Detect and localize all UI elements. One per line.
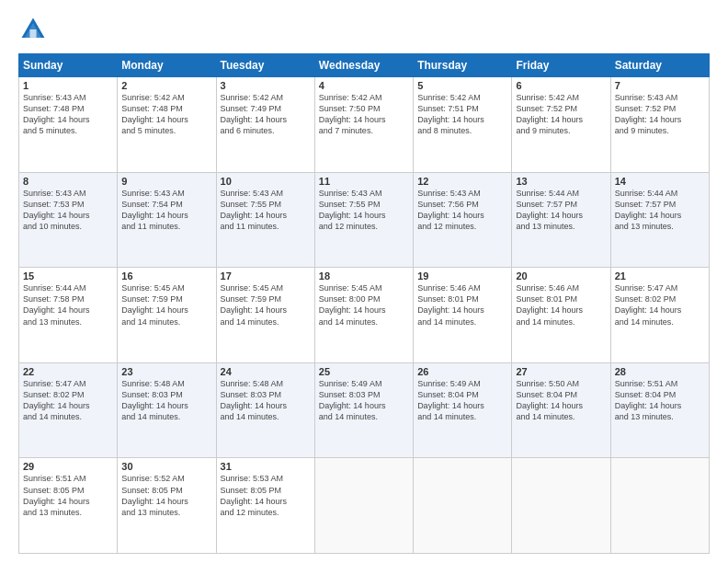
calendar-empty-cell: [414, 458, 512, 554]
logo-icon: [18, 15, 48, 44]
calendar-day-cell: 29Sunrise: 5:51 AMSunset: 8:05 PMDayligh…: [19, 458, 118, 554]
calendar-day-cell: 11Sunrise: 5:43 AMSunset: 7:55 PMDayligh…: [314, 172, 413, 268]
day-number: 20: [516, 270, 606, 282]
calendar-table: SundayMondayTuesdayWednesdayThursdayFrid…: [18, 53, 710, 554]
day-info: Sunrise: 5:43 AMSunset: 7:55 PMDaylight:…: [221, 188, 311, 233]
svg-rect-2: [29, 29, 36, 38]
calendar-day-cell: 5Sunrise: 5:42 AMSunset: 7:51 PMDaylight…: [414, 77, 512, 173]
calendar-day-cell: 4Sunrise: 5:42 AMSunset: 7:50 PMDaylight…: [314, 77, 413, 173]
calendar-header-tuesday: Tuesday: [216, 54, 314, 77]
calendar-day-cell: 1Sunrise: 5:43 AMSunset: 7:48 PMDaylight…: [19, 77, 118, 173]
calendar-day-cell: 14Sunrise: 5:44 AMSunset: 7:57 PMDayligh…: [610, 172, 709, 268]
calendar-day-cell: 3Sunrise: 5:42 AMSunset: 7:49 PMDaylight…: [216, 77, 314, 173]
page: SundayMondayTuesdayWednesdayThursdayFrid…: [0, 0, 728, 563]
day-number: 5: [417, 80, 507, 91]
calendar-header-friday: Friday: [512, 54, 610, 77]
day-number: 13: [516, 176, 606, 187]
calendar-header-saturday: Saturday: [610, 54, 709, 77]
day-number: 19: [417, 270, 507, 282]
calendar-day-cell: 23Sunrise: 5:48 AMSunset: 8:03 PMDayligh…: [118, 362, 216, 458]
day-number: 22: [23, 366, 113, 377]
day-number: 28: [615, 366, 705, 377]
calendar-day-cell: 31Sunrise: 5:53 AMSunset: 8:05 PMDayligh…: [216, 458, 314, 554]
calendar-week-row: 1Sunrise: 5:43 AMSunset: 7:48 PMDaylight…: [19, 77, 710, 173]
logo: [18, 15, 51, 44]
day-info: Sunrise: 5:42 AMSunset: 7:49 PMDaylight:…: [221, 92, 311, 137]
day-number: 2: [121, 80, 211, 91]
day-info: Sunrise: 5:46 AMSunset: 8:01 PMDaylight:…: [516, 282, 606, 327]
day-info: Sunrise: 5:42 AMSunset: 7:48 PMDaylight:…: [121, 92, 211, 137]
day-number: 10: [221, 176, 311, 187]
calendar-empty-cell: [314, 458, 413, 554]
day-info: Sunrise: 5:47 AMSunset: 8:02 PMDaylight:…: [23, 378, 113, 423]
calendar-day-cell: 22Sunrise: 5:47 AMSunset: 8:02 PMDayligh…: [19, 362, 118, 458]
day-number: 6: [516, 80, 606, 91]
day-info: Sunrise: 5:51 AMSunset: 8:05 PMDaylight:…: [23, 473, 113, 518]
calendar-day-cell: 21Sunrise: 5:47 AMSunset: 8:02 PMDayligh…: [610, 268, 709, 363]
day-number: 29: [23, 461, 113, 472]
calendar-week-row: 15Sunrise: 5:44 AMSunset: 7:58 PMDayligh…: [19, 268, 710, 363]
day-info: Sunrise: 5:43 AMSunset: 7:54 PMDaylight:…: [121, 188, 211, 233]
calendar-day-cell: 15Sunrise: 5:44 AMSunset: 7:58 PMDayligh…: [19, 268, 118, 363]
calendar-day-cell: 10Sunrise: 5:43 AMSunset: 7:55 PMDayligh…: [216, 172, 314, 268]
day-info: Sunrise: 5:48 AMSunset: 8:03 PMDaylight:…: [221, 378, 311, 423]
day-number: 11: [319, 176, 409, 187]
calendar-day-cell: 18Sunrise: 5:45 AMSunset: 8:00 PMDayligh…: [314, 268, 413, 363]
day-number: 27: [516, 366, 606, 377]
calendar-week-row: 22Sunrise: 5:47 AMSunset: 8:02 PMDayligh…: [19, 362, 710, 458]
day-number: 16: [121, 270, 211, 282]
calendar-day-cell: 30Sunrise: 5:52 AMSunset: 8:05 PMDayligh…: [118, 458, 216, 554]
calendar-day-cell: 20Sunrise: 5:46 AMSunset: 8:01 PMDayligh…: [512, 268, 610, 363]
day-info: Sunrise: 5:49 AMSunset: 8:03 PMDaylight:…: [319, 378, 409, 423]
calendar-day-cell: 17Sunrise: 5:45 AMSunset: 7:59 PMDayligh…: [216, 268, 314, 363]
day-info: Sunrise: 5:43 AMSunset: 7:53 PMDaylight:…: [23, 188, 113, 233]
day-info: Sunrise: 5:44 AMSunset: 7:57 PMDaylight:…: [615, 188, 705, 233]
day-number: 14: [615, 176, 705, 187]
day-info: Sunrise: 5:48 AMSunset: 8:03 PMDaylight:…: [121, 378, 211, 423]
calendar-day-cell: 25Sunrise: 5:49 AMSunset: 8:03 PMDayligh…: [314, 362, 413, 458]
calendar-day-cell: 24Sunrise: 5:48 AMSunset: 8:03 PMDayligh…: [216, 362, 314, 458]
calendar-day-cell: 27Sunrise: 5:50 AMSunset: 8:04 PMDayligh…: [512, 362, 610, 458]
calendar-day-cell: 19Sunrise: 5:46 AMSunset: 8:01 PMDayligh…: [414, 268, 512, 363]
day-number: 18: [319, 270, 409, 282]
day-info: Sunrise: 5:47 AMSunset: 8:02 PMDaylight:…: [615, 282, 705, 327]
calendar-day-cell: 13Sunrise: 5:44 AMSunset: 7:57 PMDayligh…: [512, 172, 610, 268]
day-info: Sunrise: 5:43 AMSunset: 7:56 PMDaylight:…: [417, 188, 507, 233]
day-info: Sunrise: 5:51 AMSunset: 8:04 PMDaylight:…: [615, 378, 705, 423]
day-number: 12: [417, 176, 507, 187]
day-info: Sunrise: 5:43 AMSunset: 7:55 PMDaylight:…: [319, 188, 409, 233]
calendar-day-cell: 16Sunrise: 5:45 AMSunset: 7:59 PMDayligh…: [118, 268, 216, 363]
calendar-week-row: 29Sunrise: 5:51 AMSunset: 8:05 PMDayligh…: [19, 458, 710, 554]
day-number: 17: [221, 270, 311, 282]
calendar-week-row: 8Sunrise: 5:43 AMSunset: 7:53 PMDaylight…: [19, 172, 710, 268]
day-number: 4: [319, 80, 409, 91]
day-info: Sunrise: 5:43 AMSunset: 7:52 PMDaylight:…: [615, 92, 705, 137]
day-info: Sunrise: 5:44 AMSunset: 7:58 PMDaylight:…: [23, 282, 113, 327]
day-info: Sunrise: 5:43 AMSunset: 7:48 PMDaylight:…: [23, 92, 113, 137]
calendar-day-cell: 6Sunrise: 5:42 AMSunset: 7:52 PMDaylight…: [512, 77, 610, 173]
day-number: 31: [221, 461, 311, 472]
calendar-empty-cell: [610, 458, 709, 554]
calendar-header-wednesday: Wednesday: [314, 54, 413, 77]
calendar-header-row: SundayMondayTuesdayWednesdayThursdayFrid…: [19, 54, 710, 77]
day-info: Sunrise: 5:52 AMSunset: 8:05 PMDaylight:…: [121, 473, 211, 518]
day-number: 23: [121, 366, 211, 377]
day-number: 30: [121, 461, 211, 472]
day-number: 21: [615, 270, 705, 282]
day-number: 3: [221, 80, 311, 91]
calendar-day-cell: 8Sunrise: 5:43 AMSunset: 7:53 PMDaylight…: [19, 172, 118, 268]
calendar-day-cell: 2Sunrise: 5:42 AMSunset: 7:48 PMDaylight…: [118, 77, 216, 173]
day-info: Sunrise: 5:45 AMSunset: 7:59 PMDaylight:…: [121, 282, 211, 327]
day-number: 24: [221, 366, 311, 377]
calendar-header-monday: Monday: [118, 54, 216, 77]
header: [18, 15, 710, 44]
day-number: 9: [121, 176, 211, 187]
calendar-header-sunday: Sunday: [19, 54, 118, 77]
day-number: 15: [23, 270, 113, 282]
day-info: Sunrise: 5:42 AMSunset: 7:50 PMDaylight:…: [319, 92, 409, 137]
day-info: Sunrise: 5:53 AMSunset: 8:05 PMDaylight:…: [221, 473, 311, 518]
day-number: 26: [417, 366, 507, 377]
day-number: 25: [319, 366, 409, 377]
day-info: Sunrise: 5:45 AMSunset: 8:00 PMDaylight:…: [319, 282, 409, 327]
day-info: Sunrise: 5:49 AMSunset: 8:04 PMDaylight:…: [417, 378, 507, 423]
